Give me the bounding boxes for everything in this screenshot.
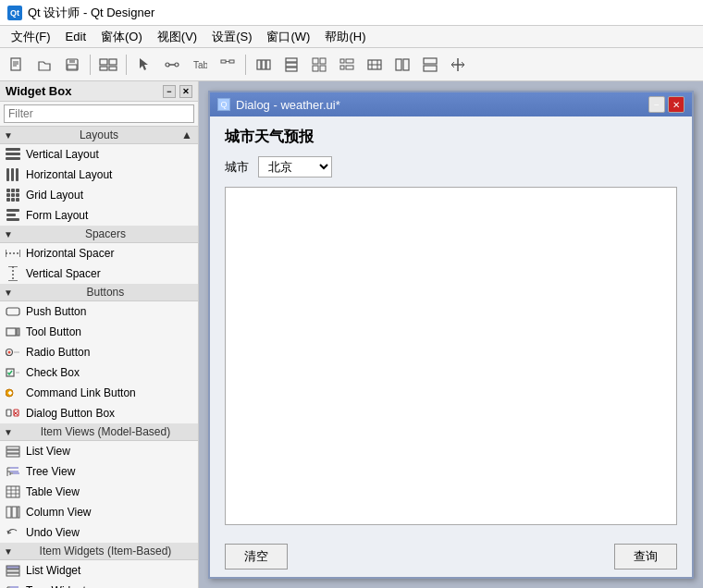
menu-help[interactable]: 帮助(H) xyxy=(317,27,373,47)
item-list-widget[interactable]: List Widget xyxy=(0,560,198,581)
svg-text:Tab: Tab xyxy=(193,60,207,70)
menu-settings[interactable]: 设置(S) xyxy=(204,27,259,47)
form-icon xyxy=(6,208,20,223)
svg-rect-22 xyxy=(286,67,297,71)
menu-file[interactable]: 文件(F) xyxy=(4,27,58,47)
dialog-display-area xyxy=(225,187,677,525)
buddy-icon xyxy=(220,57,235,72)
svg-rect-16 xyxy=(229,60,234,63)
layout-split-v-button[interactable] xyxy=(417,52,443,78)
app-icon: Qt xyxy=(7,6,22,20)
dialog-city-row: 城市 北京 上海 广州 深圳 xyxy=(225,156,677,178)
svg-rect-75 xyxy=(12,507,17,518)
vspacer-icon xyxy=(6,266,20,281)
svg-rect-69 xyxy=(6,486,19,497)
svg-rect-25 xyxy=(313,66,318,71)
item-push-button[interactable]: Push Button xyxy=(0,301,198,322)
item-undo-view[interactable]: Undo View xyxy=(0,522,198,543)
pointer-button[interactable] xyxy=(131,52,157,78)
widget-box-close-btn[interactable]: ✕ xyxy=(179,85,192,98)
filter-input[interactable] xyxy=(4,104,194,123)
widget-list: ▼ Layouts ▲ Vertical Layout Horizontal L… xyxy=(0,127,198,588)
connect-button[interactable] xyxy=(159,52,185,78)
itemwidgets-label: Item Widgets (Item-Based) xyxy=(17,545,194,557)
layout-v-icon xyxy=(284,57,299,72)
menu-window[interactable]: 窗体(O) xyxy=(93,27,150,47)
svg-rect-38 xyxy=(424,66,437,71)
svg-rect-77 xyxy=(6,566,19,569)
svg-rect-83 xyxy=(10,586,18,588)
adjust-size-icon xyxy=(450,57,465,72)
layout-v-button[interactable] xyxy=(278,52,304,78)
item-radio-button[interactable]: Radio Button xyxy=(0,342,198,362)
new-button[interactable] xyxy=(4,52,30,78)
section-item-widgets[interactable]: ▼ Item Widgets (Item-Based) xyxy=(0,543,198,560)
svg-rect-18 xyxy=(262,60,265,69)
item-horizontal-layout[interactable]: Horizontal Layout xyxy=(0,165,198,185)
item-vertical-spacer[interactable]: Vertical Spacer xyxy=(0,263,198,284)
layout-grid-button[interactable] xyxy=(306,52,332,78)
item-dialog-button-box[interactable]: Dialog Button Box xyxy=(0,403,198,423)
section-layouts[interactable]: ▼ Layouts ▲ xyxy=(0,127,198,144)
layouts-arrow: ▼ xyxy=(4,130,13,141)
save-icon xyxy=(65,57,80,72)
itemwidgets-arrow: ▼ xyxy=(4,546,13,557)
layout-form-button[interactable] xyxy=(334,52,360,78)
menu-view[interactable]: 视图(V) xyxy=(150,27,204,47)
item-table-view[interactable]: Table View xyxy=(0,482,198,502)
item-tree-view[interactable]: Tree View xyxy=(0,461,198,482)
app-title: Qt 设计师 - Qt Designer xyxy=(28,5,154,21)
section-item-views[interactable]: ▼ Item Views (Model-Based) xyxy=(0,423,198,441)
tab-order-button[interactable]: Tab xyxy=(187,52,213,78)
widget-box-title: Widget Box xyxy=(6,84,71,98)
spacers-label: Spacers xyxy=(17,227,194,240)
dialog-minimize-btn[interactable]: − xyxy=(648,96,665,113)
section-buttons[interactable]: ▼ Buttons xyxy=(0,284,198,301)
svg-rect-35 xyxy=(396,59,401,70)
svg-rect-24 xyxy=(320,58,326,64)
city-select[interactable]: 北京 上海 广州 深圳 xyxy=(258,156,332,178)
query-button[interactable]: 查询 xyxy=(614,544,677,570)
clear-button[interactable]: 清空 xyxy=(225,544,288,570)
dialog-footer: 清空 查询 xyxy=(210,536,692,577)
content-area: Q Dialog - weather.ui* − ✕ 城市天气预报 城市 北京 … xyxy=(199,81,703,588)
itemviews-arrow: ▼ xyxy=(4,427,13,437)
edit-widgets-icon xyxy=(99,57,117,72)
layout-split-h-button[interactable] xyxy=(389,52,415,78)
buddy-button[interactable] xyxy=(215,52,240,78)
new-icon xyxy=(9,57,24,72)
open-button[interactable] xyxy=(31,52,57,78)
dialog-close-btn[interactable]: ✕ xyxy=(668,96,684,113)
layout-break-button[interactable] xyxy=(362,52,388,78)
item-command-link-button[interactable]: Command Link Button xyxy=(0,383,198,403)
svg-rect-68 xyxy=(13,472,19,474)
svg-rect-76 xyxy=(18,507,19,518)
item-column-view[interactable]: Column View xyxy=(0,502,198,522)
item-tool-button[interactable]: Tool Button xyxy=(0,322,198,342)
item-horizontal-spacer[interactable]: Horizontal Spacer xyxy=(0,243,198,263)
item-grid-layout[interactable]: Grid Layout xyxy=(0,185,198,205)
svg-rect-30 xyxy=(346,66,353,69)
dialog-title-left: Q Dialog - weather.ui* xyxy=(217,98,340,112)
widget-box-header: Widget Box − ✕ xyxy=(0,81,198,102)
item-vertical-layout[interactable]: Vertical Layout xyxy=(0,144,198,165)
widget-box-header-buttons: − ✕ xyxy=(163,85,192,98)
menu-edit[interactable]: Edit xyxy=(58,28,93,45)
adjust-size-button[interactable] xyxy=(445,52,471,78)
layout-h-button[interactable] xyxy=(251,52,277,78)
svg-rect-58 xyxy=(6,447,19,449)
toolbar: Tab xyxy=(0,48,703,81)
widget-box-float-btn[interactable]: − xyxy=(163,85,176,98)
edit-widgets-button[interactable] xyxy=(95,52,121,78)
svg-rect-23 xyxy=(313,58,318,64)
layout-grid-icon xyxy=(312,57,327,72)
item-form-layout[interactable]: Form Layout xyxy=(0,205,198,226)
svg-rect-19 xyxy=(266,60,270,69)
main-layout: Widget Box − ✕ ▼ Layouts ▲ Vertical Layo… xyxy=(0,81,703,588)
item-list-view[interactable]: List View xyxy=(0,441,198,461)
item-tree-widget[interactable]: Tree Widget xyxy=(0,581,198,588)
section-spacers[interactable]: ▼ Spacers xyxy=(0,226,198,243)
save-button[interactable] xyxy=(59,52,85,78)
menu-winmgr[interactable]: 窗口(W) xyxy=(259,27,317,47)
item-check-box[interactable]: Check Box xyxy=(0,362,198,383)
